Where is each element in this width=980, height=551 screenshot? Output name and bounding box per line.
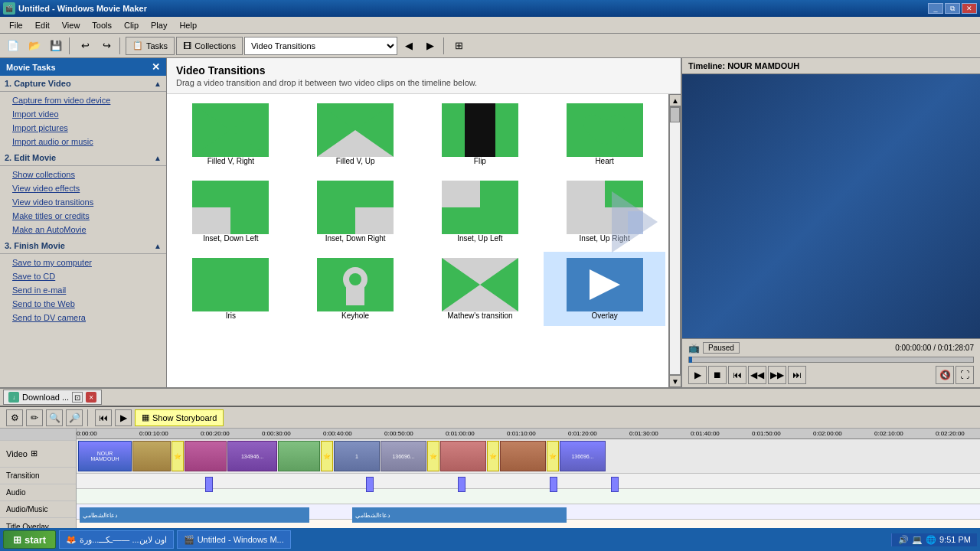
next-frame-button[interactable]: ⏭ <box>788 366 806 384</box>
taskbar-item-moviemaker[interactable]: 🎬 Untitled - Windows M... <box>177 530 291 549</box>
storyboard-toggle[interactable]: ▦ Show Storyboard <box>135 409 224 426</box>
view-effects-item[interactable]: View video effects <box>0 181 166 195</box>
menu-item-view[interactable]: View <box>56 19 87 31</box>
transition-iris[interactable]: Iris <box>170 252 292 326</box>
track-body-container[interactable]: 0:00:00 0:00:10:00 0:00:20:00 0:00:30:00… <box>77 429 980 535</box>
audio-track-label: Audio <box>0 484 76 501</box>
forward-button[interactable]: ▶ <box>420 36 440 56</box>
minimize-button[interactable]: _ <box>928 3 943 14</box>
download-close[interactable]: × <box>86 392 96 403</box>
section-finish-header[interactable]: 3. Finish Movie ▲ <box>0 238 166 254</box>
video-clip-8[interactable] <box>440 441 486 471</box>
transition-overlay[interactable]: Overlay <box>544 252 665 326</box>
video-clip-4[interactable]: 134946... <box>227 441 277 471</box>
transition-flip[interactable]: Flip <box>420 97 541 171</box>
transition-thumb-overlay <box>567 258 643 311</box>
transition-thumb-iris <box>192 258 269 311</box>
taskbar-item-browser[interactable]: 🦊 اون لاين... ——ـکـــ...ورة <box>59 530 173 549</box>
transition-inset-down-left[interactable]: Inset, Down Left <box>170 174 292 249</box>
fast-forward-button[interactable]: ▶▶ <box>768 366 786 384</box>
video-clip-1[interactable]: NOURMAMDOUH <box>78 441 132 471</box>
video-clip-3[interactable] <box>185 441 227 471</box>
save-computer-item[interactable]: Save to my computer <box>0 256 166 269</box>
timeline-tool-2[interactable]: ✏ <box>26 409 43 426</box>
menu-item-play[interactable]: Play <box>145 19 173 31</box>
transition-label-mathews: Mathew's transition <box>447 311 512 320</box>
transition-keyhole[interactable]: Keyhole <box>295 252 416 326</box>
transition-inset-down-right[interactable]: Inset, Down Right <box>295 174 416 249</box>
menu-item-clip[interactable]: Clip <box>118 19 145 31</box>
scroll-track[interactable] <box>669 106 681 375</box>
video-clip-2[interactable] <box>132 441 171 471</box>
tasks-button[interactable]: 📋 Tasks <box>126 37 175 55</box>
scroll-up-arrow[interactable]: ▲ <box>669 94 681 106</box>
section-capture-header[interactable]: 1. Capture Video ▲ <box>0 76 166 92</box>
moviemaker-icon: 🎬 <box>184 535 194 545</box>
transitions-dropdown[interactable]: Video Transitions <box>244 37 397 55</box>
new-button[interactable]: 📄 <box>3 36 23 56</box>
menu-item-tools[interactable]: Tools <box>86 19 118 31</box>
video-clip-10[interactable]: 136696... <box>560 441 606 471</box>
video-expand-icon[interactable]: ⊞ <box>31 448 38 458</box>
send-email-item[interactable]: Send in e-mail <box>0 283 166 297</box>
import-pictures-item[interactable]: Import pictures <box>0 121 166 135</box>
collections-button[interactable]: 🎞 Collections <box>176 37 243 55</box>
prev-frame-button[interactable]: ⏮ <box>728 366 746 384</box>
redo-button[interactable]: ↪ <box>96 36 116 56</box>
view-button[interactable]: ⊞ <box>449 36 469 56</box>
send-dv-item[interactable]: Send to DV camera <box>0 311 166 324</box>
transitions-scrollbar[interactable]: ▲ ▼ <box>668 94 681 387</box>
open-button[interactable]: 📂 <box>24 36 44 56</box>
save-cd-item[interactable]: Save to CD <box>0 269 166 283</box>
play-button[interactable]: ▶ <box>688 366 707 384</box>
start-button[interactable]: ⊞ start <box>3 530 56 549</box>
restore-button[interactable]: ⧉ <box>945 3 960 14</box>
menu-item-edit[interactable]: Edit <box>29 19 56 31</box>
send-web-item[interactable]: Send to the Web <box>0 297 166 311</box>
section-edit-header[interactable]: 2. Edit Movie ▲ <box>0 150 166 166</box>
undo-button[interactable]: ↩ <box>75 36 95 56</box>
panel-close-button[interactable]: ✕ <box>152 61 160 73</box>
view-transitions-item[interactable]: View video transitions <box>0 195 166 209</box>
import-video-item[interactable]: Import video <box>0 107 166 121</box>
timeline-tool-3[interactable]: 🔍 <box>46 409 63 426</box>
fullscreen-button[interactable]: ⛶ <box>956 366 974 384</box>
save-button[interactable]: 💾 <box>46 36 66 56</box>
svg-rect-14 <box>355 207 394 234</box>
scroll-down-arrow[interactable]: ▼ <box>669 375 681 387</box>
transition-filled-v-right[interactable]: Filled V, Right <box>170 97 292 171</box>
import-audio-item[interactable]: Import audio or music <box>0 135 166 148</box>
video-clip-5[interactable] <box>278 441 320 471</box>
stop-button[interactable]: ⏹ <box>708 366 727 384</box>
video-clip-6[interactable]: 1 <box>334 441 380 471</box>
show-collections-item[interactable]: Show collections <box>0 168 166 181</box>
seek-bar[interactable] <box>688 357 974 363</box>
taskbar: ⊞ start 🦊 اون لاين... ——ـکـــ...ورة 🎬 Un… <box>0 528 980 551</box>
video-clip-7[interactable]: 136696... <box>381 441 426 471</box>
timeline-play[interactable]: ▶ <box>115 409 132 426</box>
make-titles-item[interactable]: Make titles or credits <box>0 209 166 223</box>
section-finish-title: 3. Finish Movie <box>5 241 65 250</box>
timeline-tool-4[interactable]: 🔎 <box>66 409 83 426</box>
back-button[interactable]: ◀ <box>399 36 419 56</box>
tasks-scroll[interactable]: 1. Capture Video ▲ Capture from video de… <box>0 76 166 387</box>
timeline-tool-1[interactable]: ⚙ <box>6 409 23 426</box>
transition-inset-up-left[interactable]: Inset, Up Left <box>420 174 541 249</box>
make-automovie-item[interactable]: Make an AutoMovie <box>0 223 166 236</box>
scroll-thumb[interactable] <box>670 107 680 122</box>
mute-button[interactable]: 🔇 <box>936 366 954 384</box>
transitions-select[interactable]: Video Transitions <box>245 41 397 51</box>
video-clip-9[interactable] <box>500 441 546 471</box>
close-button[interactable]: ✕ <box>962 3 977 14</box>
download-restore[interactable]: ⊡ <box>72 392 83 403</box>
capture-device-item[interactable]: Capture from video device <box>0 93 166 107</box>
transition-filled-v-up[interactable]: Filled V, Up <box>295 97 416 171</box>
clip-10-label: 136696... <box>571 454 593 459</box>
rewind-button[interactable]: ◀◀ <box>748 366 766 384</box>
transition-heart[interactable]: Heart <box>544 97 665 171</box>
menu-item-help[interactable]: Help <box>173 19 203 31</box>
transition-mathews[interactable]: Mathew's transition <box>420 252 541 326</box>
transition-label-inset-down-left: Inset, Down Left <box>203 234 258 243</box>
timeline-play-prev[interactable]: ⏮ <box>95 409 112 426</box>
menu-item-file[interactable]: File <box>3 19 29 31</box>
